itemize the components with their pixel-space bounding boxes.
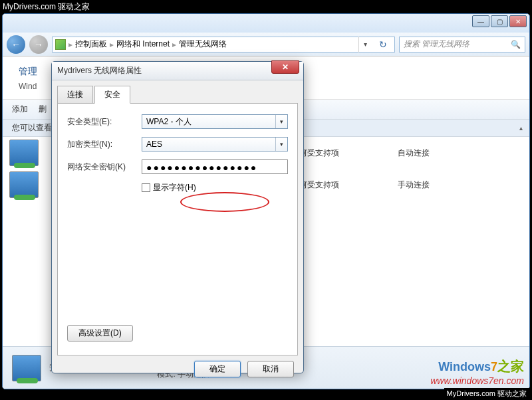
watermark-logo: Windows7之家 — [438, 357, 524, 375]
page-watermark-top: MyDrivers.com 驱动之家 — [0, 0, 532, 13]
cancel-button[interactable]: 取消 — [247, 361, 294, 377]
nav-forward-button[interactable]: → — [29, 35, 48, 54]
network-connect-mode: 手动连接 — [398, 179, 477, 191]
toolbar-add-button[interactable]: 添加 — [12, 104, 28, 115]
window-close-button[interactable]: ✕ — [509, 15, 527, 27]
annotation-highlight-ring — [180, 192, 269, 212]
security-type-combo[interactable]: WPA2 - 个人 ▾ — [142, 114, 288, 129]
security-type-value: WPA2 - 个人 — [146, 116, 192, 128]
tab-connect[interactable]: 连接 — [57, 86, 93, 104]
address-bar[interactable]: ▸ 控制面板 ▸ 网络和 Internet ▸ 管理无线网络 ▾ ↻ — [52, 37, 395, 52]
network-icon — [9, 171, 39, 198]
chevron-down-icon: ▾ — [275, 115, 287, 128]
dialog-title: Mydrivers 无线网络属性 — [57, 65, 142, 76]
network-key-label: 网络安全密钥(K) — [67, 161, 142, 173]
watermark-url: www.windows7en.com — [430, 375, 524, 386]
nav-back-button[interactable]: ← — [7, 35, 25, 54]
network-support: 任何受支持项 — [291, 148, 398, 159]
breadcrumb-sep: ▸ — [68, 40, 72, 49]
address-icon — [55, 39, 66, 50]
search-placeholder: 搜索 管理无线网络 — [404, 39, 469, 50]
encryption-type-label: 加密类型(N): — [67, 139, 142, 150]
dialog-panel: 安全类型(E): WPA2 - 个人 ▾ 加密类型(N): AES ▾ 网络安全… — [57, 103, 298, 355]
bottom-caption: MyDrivers.com 驱动之家 — [444, 388, 529, 399]
search-input[interactable]: 搜索 管理无线网络 🔍 — [399, 37, 525, 52]
chevron-up-icon: ▴ — [519, 124, 523, 132]
dialog-tabs: 连接 安全 — [57, 86, 298, 104]
toolbar-remove-button[interactable]: 删 — [39, 104, 47, 115]
breadcrumb-item[interactable]: 网络和 Internet — [116, 39, 170, 50]
address-refresh-button[interactable]: ↻ — [374, 37, 392, 52]
details-icon — [12, 355, 41, 381]
address-dropdown[interactable]: ▾ — [358, 37, 372, 52]
advanced-settings-button[interactable]: 高级设置(D) — [67, 325, 133, 342]
security-type-label: 安全类型(E): — [67, 116, 142, 128]
dialog-titlebar: Mydrivers 无线网络属性 ✕ — [52, 62, 303, 80]
encryption-type-combo[interactable]: AES ▾ — [142, 137, 288, 151]
show-chars-label: 显示字符(H) — [153, 182, 196, 193]
show-chars-checkbox[interactable] — [142, 183, 150, 192]
properties-dialog: Mydrivers 无线网络属性 ✕ 连接 安全 安全类型(E): WPA2 -… — [51, 61, 304, 373]
dialog-close-button[interactable]: ✕ — [271, 60, 299, 74]
breadcrumb-item[interactable]: 控制面板 — [75, 39, 107, 50]
filter-label: 您可以查看 — [12, 122, 52, 134]
ok-button[interactable]: 确定 — [194, 361, 241, 377]
network-icon — [9, 140, 39, 166]
search-icon[interactable]: 🔍 — [511, 40, 521, 49]
network-support: 任何受支持项 — [291, 179, 398, 191]
tab-security[interactable]: 安全 — [94, 86, 130, 104]
window-maximize-button[interactable]: ▢ — [491, 15, 508, 27]
window-minimize-button[interactable]: — — [472, 15, 489, 27]
nav-toolbar: ← → ▸ 控制面板 ▸ 网络和 Internet ▸ 管理无线网络 ▾ ↻ 搜… — [3, 33, 529, 56]
window-titlebar: — ▢ ✕ — [3, 14, 529, 33]
encryption-type-value: AES — [146, 140, 162, 149]
chevron-down-icon: ▾ — [275, 138, 287, 151]
breadcrumb-sep: ▸ — [110, 40, 114, 49]
breadcrumb-sep: ▸ — [172, 40, 176, 49]
network-key-input[interactable]: ●●●●●●●●●●●●●●●● — [142, 159, 288, 174]
network-connect-mode: 自动连接 — [398, 148, 477, 159]
breadcrumb-item[interactable]: 管理无线网络 — [179, 39, 227, 50]
